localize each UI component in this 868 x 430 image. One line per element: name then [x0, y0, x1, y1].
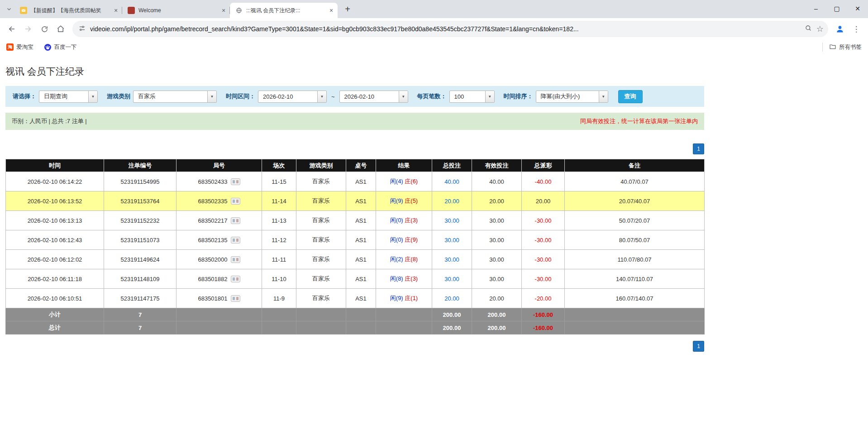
cell-session: 11-14: [262, 191, 296, 211]
bookmark-star-icon[interactable]: ☆: [816, 24, 824, 34]
round-cards-icon[interactable]: [231, 198, 240, 205]
forum-favicon-icon: [20, 7, 27, 14]
table-row: 2026-02-10 06:13:13 523191152232 6835022…: [6, 211, 705, 230]
page-title: 视讯 会员下注纪录: [5, 65, 704, 78]
profile-avatar-icon[interactable]: [833, 22, 847, 36]
page-content: 视讯 会员下注纪录 请选择： 日期查询 ▼ 游戏类别 百家乐 ▼ 时间区间： 2…: [5, 54, 704, 352]
cell-round: 683501801: [176, 289, 262, 308]
page-1-button[interactable]: 1: [693, 143, 704, 154]
cell-total-bet: 20.00: [432, 289, 472, 308]
total-total-bet: 200.00: [432, 321, 472, 334]
round-cards-icon[interactable]: [231, 276, 240, 282]
cell-result: 闲(2) 庄(8): [376, 250, 432, 269]
cell-table-no: AS1: [346, 269, 376, 289]
currency-total-text: 币别：人民币 | 总共 :7 注单 |: [12, 117, 87, 125]
reload-icon[interactable]: [37, 22, 52, 36]
bet-records-table: 时间 注单编号 局号 场次 游戏类别 桌号 结果 总投注 有效投注 总派彩 备注…: [5, 159, 705, 334]
search-button[interactable]: 查询: [618, 90, 643, 103]
tab-title: :::视讯 会员下注纪录:::: [246, 7, 324, 14]
tab-search-chevron-icon[interactable]: [4, 4, 14, 14]
cell-game-type: 百家乐: [296, 269, 346, 289]
notice-text: 同局有效投注，统一计算在该局第一张注单内: [580, 117, 698, 125]
filter-bar: 请选择： 日期查询 ▼ 游戏类别 百家乐 ▼ 时间区间： 2026-02-10 …: [5, 86, 704, 107]
all-bookmarks-label: 所有书签: [839, 43, 862, 51]
chevron-down-icon[interactable]: ▼: [207, 91, 216, 102]
tab-close-icon[interactable]: ×: [112, 7, 119, 14]
chevron-down-icon[interactable]: ▼: [317, 91, 326, 102]
cell-valid-bet: 30.00: [472, 269, 522, 289]
cell-payout: -30.00: [522, 211, 565, 230]
chevron-down-icon[interactable]: ▼: [599, 91, 608, 102]
tab-close-icon[interactable]: ×: [220, 7, 227, 14]
game-type-select[interactable]: 百家乐 ▼: [133, 91, 217, 103]
table-row: 2026-02-10 06:14:22 523191154995 6835024…: [6, 172, 705, 191]
col-payout: 总派彩: [522, 159, 565, 172]
url-text[interactable]: videoie.com/ipl/portal.php/game/betrecor…: [90, 25, 800, 33]
cell-session: 11-15: [262, 172, 296, 191]
cell-game-type: 百家乐: [296, 289, 346, 308]
zoom-icon[interactable]: [805, 24, 812, 33]
cell-valid-bet: 30.00: [472, 211, 522, 230]
bookmark-baidu[interactable]: 百度一下: [44, 43, 77, 51]
cell-result: 闲(9) 庄(5): [376, 191, 432, 211]
query-type-select[interactable]: 日期查询 ▼: [39, 91, 98, 103]
cell-note: 160.07/140.07: [565, 289, 705, 308]
cell-round: 683502135: [176, 230, 262, 250]
total-empty: [176, 321, 262, 334]
subtotal-row: 小计 7 200.00 200.00 -160.00: [6, 308, 705, 321]
table-header: 时间 注单编号 局号 场次 游戏类别 桌号 结果 总投注 有效投注 总派彩 备注: [6, 159, 705, 172]
cell-session: 11-10: [262, 269, 296, 289]
result-banker: 庄(1): [405, 295, 418, 301]
cell-valid-bet: 20.00: [472, 289, 522, 308]
bookmark-label: 百度一下: [54, 43, 77, 51]
date-to-select[interactable]: 2026-02-10 ▼: [339, 91, 408, 103]
chevron-down-icon[interactable]: ▼: [485, 91, 494, 102]
site-settings-icon[interactable]: [79, 25, 86, 33]
chevron-down-icon[interactable]: ▼: [88, 91, 97, 102]
subtotal-payout: -160.00: [522, 308, 565, 321]
subtotal-empty: [176, 308, 262, 321]
cell-payout: -40.00: [522, 172, 565, 191]
cell-note: 20.07/40.07: [565, 191, 705, 211]
back-icon[interactable]: [5, 22, 19, 36]
page-1-button[interactable]: 1: [693, 341, 704, 352]
new-tab-button[interactable]: +: [341, 3, 354, 15]
home-icon[interactable]: [53, 22, 68, 36]
sort-select[interactable]: 降冪(由大到小) ▼: [536, 91, 608, 103]
subtotal-empty: [376, 308, 432, 321]
browser-tab-1[interactable]: 【新提醒】【海燕优质回帖奖 ×: [14, 3, 122, 18]
round-cards-icon[interactable]: [231, 256, 240, 263]
result-player: 闲(9): [390, 197, 403, 204]
address-bar[interactable]: videoie.com/ipl/portal.php/game/betrecor…: [72, 21, 828, 37]
minimize-button[interactable]: –: [806, 0, 826, 17]
round-cards-icon[interactable]: [231, 217, 240, 224]
bookmark-aitaobao[interactable]: 淘 爱淘宝: [6, 43, 33, 51]
close-window-button[interactable]: ✕: [847, 0, 868, 17]
cell-payout: 20.00: [522, 191, 565, 211]
result-banker: 庄(8): [405, 256, 418, 263]
cell-game-type: 百家乐: [296, 172, 346, 191]
round-cards-icon[interactable]: [231, 237, 240, 244]
cell-time: 2026-02-10 06:11:18: [6, 269, 104, 289]
chevron-down-icon[interactable]: ▼: [399, 91, 408, 102]
range-separator: ~: [331, 93, 335, 100]
tab-close-icon[interactable]: ×: [328, 7, 335, 14]
tab-title: 【新提醒】【海燕优质回帖奖: [31, 7, 109, 14]
result-banker: 庄(9): [405, 236, 418, 243]
cell-total-bet: 40.00: [432, 172, 472, 191]
forward-icon[interactable]: [21, 22, 35, 36]
bookmarks-bar: 淘 爱淘宝 百度一下 所有书签: [0, 40, 868, 54]
round-cards-icon[interactable]: [231, 178, 240, 185]
all-bookmarks-button[interactable]: 所有书签: [822, 43, 862, 52]
welcome-favicon-icon: [128, 7, 135, 14]
cell-round: 683502217: [176, 211, 262, 230]
per-page-select[interactable]: 100 ▼: [449, 91, 495, 103]
bookmark-label: 爱淘宝: [16, 43, 33, 51]
maximize-button[interactable]: ▢: [826, 0, 847, 17]
browser-tab-active[interactable]: :::视讯 会员下注纪录::: ×: [230, 3, 338, 18]
browser-tab-2[interactable]: Welcome ×: [122, 3, 230, 18]
browser-menu-icon[interactable]: ⋮: [849, 22, 863, 36]
round-cards-icon[interactable]: [231, 295, 240, 302]
date-from-select[interactable]: 2026-02-10 ▼: [258, 91, 327, 103]
cell-total-bet: 20.00: [432, 191, 472, 211]
